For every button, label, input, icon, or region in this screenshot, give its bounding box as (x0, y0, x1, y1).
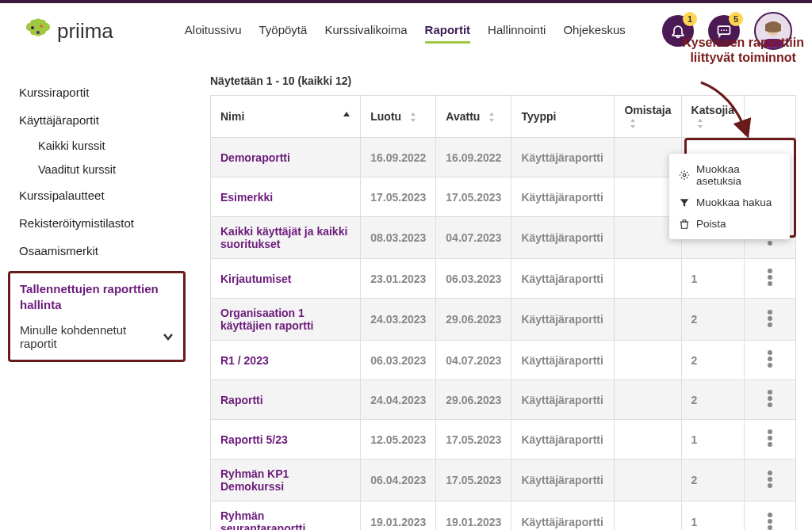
col-opened[interactable]: Avattu (436, 96, 511, 138)
sort-asc-icon (343, 110, 350, 118)
nav-ohjekeskus[interactable]: Ohjekeskus (563, 18, 625, 44)
sort-icon (696, 118, 704, 129)
nav-hallinnointi[interactable]: Hallinnointi (488, 18, 546, 44)
cell-created: 24.03.2023 (361, 299, 436, 341)
menu-edit-search[interactable]: Muokkaa hakua (669, 192, 790, 213)
table-row: Kirjautumiset23.01.202306.03.2023Käyttäj… (211, 259, 796, 299)
gear-icon (679, 170, 690, 181)
sidebar-item[interactable]: Käyttäjäraportit (8, 106, 190, 134)
brand-logo[interactable]: priima (24, 18, 113, 44)
cell-opened: 16.09.2022 (436, 138, 511, 177)
cell-created: 06.04.2023 (361, 459, 436, 501)
cell-owner (615, 501, 681, 530)
row-actions-menu: Muokkaa asetuksia Muokkaa hakua Poista (669, 154, 790, 239)
sidebar-item[interactable]: Kaikki kurssit (8, 134, 190, 158)
cell-created: 19.01.2023 (361, 501, 436, 530)
cell-type: Käyttäjäraportti (511, 380, 615, 420)
table-row: Raportti24.04.202329.06.2023Käyttäjärapo… (211, 380, 796, 420)
sidebar-item[interactable]: Vaaditut kurssit (8, 158, 190, 181)
report-name-link[interactable]: Demoraportti (211, 138, 361, 177)
report-name-link[interactable]: Organisaation 1 käyttäjien raportti (211, 299, 361, 341)
cell-viewers: 2 (681, 299, 744, 341)
annotation-callout: Kyseiseen raporttiinliittyvät toiminnot (682, 35, 804, 65)
row-actions-button[interactable] (768, 511, 772, 530)
nav-aloitussivu[interactable]: Aloitussivu (185, 18, 242, 44)
row-actions-button[interactable] (768, 267, 772, 288)
cell-type: Käyttäjäraportti (511, 341, 615, 380)
cell-opened: 04.07.2023 (436, 341, 511, 380)
sidebar-item[interactable]: Kurssipalautteet (8, 181, 190, 209)
svg-point-4 (721, 29, 722, 31)
cell-opened: 17.05.2023 (436, 177, 511, 217)
row-actions-button[interactable] (768, 349, 772, 369)
cell-owner (615, 341, 681, 380)
svg-point-1 (40, 25, 43, 28)
main-content: Kyseiseen raporttiinliittyvät toiminnot … (190, 59, 812, 530)
cell-created: 17.05.2023 (361, 177, 436, 217)
svg-point-6 (726, 29, 728, 31)
table-row: Organisaation 1 käyttäjien raportti24.03… (211, 299, 796, 341)
trash-icon (679, 219, 690, 230)
cell-type: Käyttäjäraportti (511, 459, 615, 501)
row-actions-button[interactable] (768, 388, 772, 409)
table-row: Raportti 5/2312.05.202317.05.2023Käyttäj… (211, 420, 796, 459)
svg-point-0 (31, 26, 34, 29)
col-viewers[interactable]: Katsojia (681, 96, 744, 138)
col-owner[interactable]: Omistaja (615, 96, 681, 138)
col-actions (745, 96, 796, 138)
cell-owner (615, 380, 681, 420)
brand-name: priima (57, 19, 113, 44)
cell-opened: 04.07.2023 (436, 217, 511, 259)
cell-created: 24.04.2023 (361, 380, 436, 420)
report-name-link[interactable]: Esimerkki (211, 177, 361, 217)
svg-point-5 (723, 29, 725, 31)
cell-viewers: 1 (681, 501, 744, 530)
cell-created: 23.01.2023 (361, 259, 436, 299)
sidebar-item[interactable]: Kurssiraportit (8, 78, 190, 106)
cell-opened: 19.01.2023 (436, 501, 511, 530)
table-row: Ryhmän KP1 Demokurssi06.04.202317.05.202… (211, 459, 796, 501)
sidebar-highlight: Tallennettujen raporttien hallintaMinull… (8, 271, 186, 362)
results-counter: Näytetään 1 - 10 (kaikki 12) (210, 74, 796, 87)
sidebar: KurssiraportitKäyttäjäraportitKaikki kur… (0, 59, 190, 362)
report-name-link[interactable]: Raportti (211, 380, 361, 420)
cell-viewers: 2 (681, 459, 744, 501)
cell-created: 08.03.2023 (361, 217, 436, 259)
report-name-link[interactable]: Raportti 5/23 (211, 420, 361, 459)
row-actions-button[interactable] (768, 469, 772, 490)
sidebar-saved-reports[interactable]: Tallennettujen raporttien hallinta (10, 276, 183, 317)
menu-delete[interactable]: Poista (669, 213, 790, 234)
sidebar-item[interactable]: Rekisteröitymistilastot (8, 209, 190, 237)
svg-point-2 (36, 31, 40, 34)
col-name[interactable]: Nimi (211, 96, 361, 138)
row-actions-button[interactable] (768, 308, 772, 329)
cell-created: 16.09.2022 (361, 138, 436, 177)
nav-raportit[interactable]: Raportit (425, 18, 471, 44)
cell-type: Käyttäjäraportti (511, 259, 615, 299)
row-actions-button[interactable] (768, 428, 772, 448)
report-name-link[interactable]: Kaikki käyttäjät ja kaikki suoritukset (211, 217, 361, 259)
nav-työpöytä[interactable]: Työpöytä (259, 18, 308, 44)
cell-type: Käyttäjäraportti (511, 138, 615, 177)
report-name-link[interactable]: Ryhmän KP1 Demokurssi (211, 459, 361, 501)
report-name-link[interactable]: Ryhmän seurantaraportti (211, 501, 361, 530)
cell-owner (615, 299, 681, 341)
brain-icon (24, 18, 52, 44)
col-created[interactable]: Luotu (361, 96, 436, 138)
sidebar-assigned-reports[interactable]: Minulle kohdennetut raportit (10, 317, 183, 357)
cell-opened: 06.03.2023 (436, 259, 511, 299)
cell-opened: 17.05.2023 (436, 420, 511, 459)
cell-owner (615, 420, 681, 459)
sidebar-item[interactable]: Osaamismerkit (8, 237, 190, 265)
cell-owner (615, 459, 681, 501)
menu-edit-settings[interactable]: Muokkaa asetuksia (669, 158, 790, 192)
chevron-down-icon (163, 333, 174, 341)
nav-kurssivalikoima[interactable]: Kurssivalikoima (324, 18, 407, 44)
cell-type: Käyttäjäraportti (511, 501, 615, 530)
report-name-link[interactable]: R1 / 2023 (211, 341, 361, 380)
col-type[interactable]: Tyyppi (511, 96, 615, 138)
sort-icon (409, 112, 417, 123)
cell-viewers: 1 (681, 420, 744, 459)
cell-viewers: 2 (681, 341, 744, 380)
report-name-link[interactable]: Kirjautumiset (211, 259, 361, 299)
